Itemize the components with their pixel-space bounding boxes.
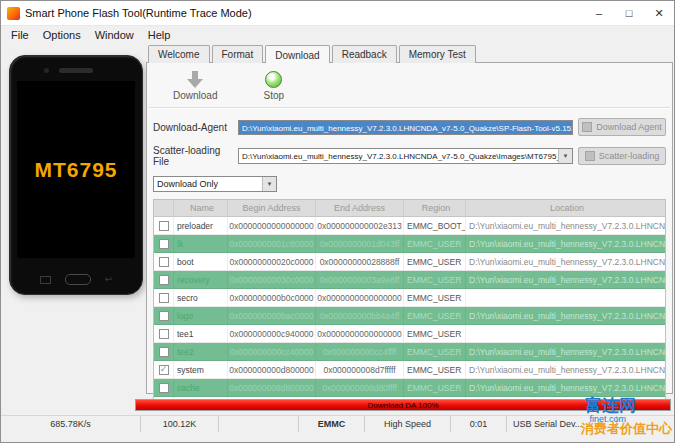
tab-memory-test[interactable]: Memory Test: [399, 45, 476, 63]
table-row-tee2[interactable]: tee20x000000000cc400000x000000000cc4ffff…: [154, 343, 665, 361]
phone-model-label: MT6795: [34, 158, 117, 182]
menu-bar: FileOptionsWindowHelp: [1, 26, 674, 43]
row-region: EMMC_BOOT_1: [404, 217, 466, 234]
download-mode-combobox[interactable]: Download Only ▼: [153, 176, 277, 192]
row-checkbox[interactable]: ✓: [159, 365, 169, 375]
table-row-secro[interactable]: secro0x000000000b0c00000x000000000000000…: [154, 289, 665, 307]
table-row-tee1[interactable]: tee10x000000000c9400000x0000000000000000…: [154, 325, 665, 343]
row-checkbox-cell: [154, 307, 174, 324]
row-name: logo: [174, 307, 228, 324]
col-header-check: [154, 200, 174, 216]
menu-key-icon: [40, 276, 51, 284]
status-cell-5: 0:01: [451, 416, 507, 432]
row-checkbox[interactable]: [159, 293, 169, 303]
camera-dot-icon: [44, 68, 49, 73]
close-button[interactable]: ✕: [644, 1, 674, 25]
table-row-system[interactable]: ✓system0x000000000d8000000x000000008d7ff…: [154, 361, 665, 379]
row-begin-address: 0x000000000bac0000: [228, 307, 316, 324]
row-begin-address: 0x000000008d800000: [228, 379, 316, 396]
title-bar: Smart Phone Flash Tool(Runtime Trace Mod…: [1, 1, 674, 26]
row-checkbox-cell: [154, 379, 174, 396]
scatter-file-value: D:\Yun\xiaomi.eu_multi_hennessy_V7.2.3.0…: [242, 152, 558, 161]
window-title: Smart Phone Flash Tool(Runtime Trace Mod…: [25, 7, 584, 19]
col-header-region: Region: [404, 200, 466, 216]
phone-screen: MT6795: [17, 81, 135, 258]
tab-readback[interactable]: Readback: [332, 45, 397, 63]
row-name: recovery: [174, 271, 228, 288]
status-cell-6: USB Serial Dev...: [507, 416, 617, 432]
download-button[interactable]: Download: [173, 71, 217, 101]
table-row-cache[interactable]: cache0x000000008d8000000x000000008d80fff…: [154, 379, 665, 397]
file-icon: [582, 122, 592, 132]
progress-label: Download DA 100%: [367, 401, 438, 410]
row-region: EMMC_USER: [404, 361, 466, 378]
table-row-logo[interactable]: logo0x000000000bac00000x000000000bb4a4ff…: [154, 307, 665, 325]
row-name: boot: [174, 253, 228, 270]
download-arrow-icon: [187, 71, 203, 88]
minimize-button[interactable]: –: [584, 1, 614, 25]
row-begin-address: 0x000000000d800000: [228, 361, 316, 378]
row-region: EMMC_USER: [404, 343, 466, 360]
table-row-boot[interactable]: boot0x00000000020c00000x00000000028888ff…: [154, 253, 665, 271]
download-agent-label: Download-Agent: [153, 122, 233, 133]
download-agent-path-field[interactable]: D:\Yun\xiaomi.eu_multi_hennessy_V7.2.3.0…: [238, 120, 573, 135]
tab-download[interactable]: Download: [265, 45, 329, 63]
row-end-address: 0x00000000028888ff: [316, 253, 404, 270]
row-location: D:\Yun\xiaomi.eu_multi_hennessy_V7.2.3.0…: [466, 343, 665, 360]
row-location: D:\Yun\xiaomi.eu_multi_hennessy_V7.2.3.0…: [466, 235, 665, 252]
phone-nav-keys: ↩: [10, 274, 142, 285]
download-mode-row: Download Only ▼: [153, 176, 666, 192]
chevron-down-icon[interactable]: ▼: [558, 149, 572, 163]
menu-file[interactable]: File: [4, 29, 36, 41]
table-row-lk[interactable]: lk0x0000000001c800000x0000000001d043ffEM…: [154, 235, 665, 253]
download-mode-value: Download Only: [157, 179, 262, 189]
main-panel: WelcomeFormatDownloadReadbackMemory Test…: [146, 45, 673, 394]
row-begin-address: 0x000000000b0c0000: [228, 289, 316, 306]
download-agent-button[interactable]: Download Agent: [578, 118, 666, 136]
tab-bar: WelcomeFormatDownloadReadbackMemory Test: [146, 45, 673, 63]
status-bar: 685.78K/s100.12KEMMCHigh Speed0:01USB Se…: [1, 415, 675, 432]
row-checkbox-cell: [154, 253, 174, 270]
tab-welcome[interactable]: Welcome: [148, 45, 210, 63]
chevron-down-icon[interactable]: ▼: [262, 177, 276, 191]
row-checkbox-cell: [154, 271, 174, 288]
menu-help[interactable]: Help: [141, 29, 178, 41]
menu-window[interactable]: Window: [88, 29, 141, 41]
row-checkbox[interactable]: [159, 275, 169, 285]
row-region: EMMC_USER: [404, 271, 466, 288]
table-row-recovery[interactable]: recovery0x00000000030c00000x0000000003a9…: [154, 271, 665, 289]
scatter-file-combobox[interactable]: D:\Yun\xiaomi.eu_multi_hennessy_V7.2.3.0…: [238, 148, 573, 164]
status-cell-4: High Speed: [365, 416, 451, 432]
scatter-file-label: Scatter-loading File: [153, 145, 233, 167]
table-row-preloader[interactable]: preloader0x00000000000000000x00000000000…: [154, 217, 665, 235]
row-begin-address: 0x0000000000000000: [228, 217, 316, 234]
row-checkbox[interactable]: [159, 347, 169, 357]
scatter-loading-button[interactable]: Scatter-loading: [578, 147, 666, 165]
row-name: tee1: [174, 325, 228, 342]
row-name: lk: [174, 235, 228, 252]
row-checkbox[interactable]: [159, 311, 169, 321]
row-end-address: 0x000000008d80ffff: [316, 379, 404, 396]
row-begin-address: 0x000000000c940000: [228, 325, 316, 342]
app-icon: [7, 7, 20, 20]
col-header-begin-address: Begin Address: [228, 200, 316, 216]
row-checkbox[interactable]: [159, 329, 169, 339]
status-cell-3: EMMC: [299, 416, 365, 432]
row-checkbox[interactable]: [159, 239, 169, 249]
row-end-address: 0x0000000003a9e8ff: [316, 271, 404, 288]
row-checkbox-cell: [154, 235, 174, 252]
download-agent-button-label: Download Agent: [596, 122, 662, 132]
maximize-button[interactable]: □: [614, 1, 644, 25]
table-header: NameBegin AddressEnd AddressRegionLocati…: [154, 200, 665, 217]
row-checkbox[interactable]: [159, 383, 169, 393]
stop-button[interactable]: Stop: [263, 71, 284, 101]
row-checkbox[interactable]: [159, 257, 169, 267]
row-end-address: 0x000000008d7fffff: [316, 361, 404, 378]
row-begin-address: 0x00000000020c0000: [228, 253, 316, 270]
row-location: D:\Yun\xiaomi.eu_multi_hennessy_V7.2.3.0…: [466, 361, 665, 378]
tab-format[interactable]: Format: [212, 45, 264, 63]
row-checkbox[interactable]: [159, 221, 169, 231]
row-end-address: 0x0000000000000000: [316, 325, 404, 342]
toolbar-divider: [149, 107, 670, 109]
menu-options[interactable]: Options: [36, 29, 88, 41]
